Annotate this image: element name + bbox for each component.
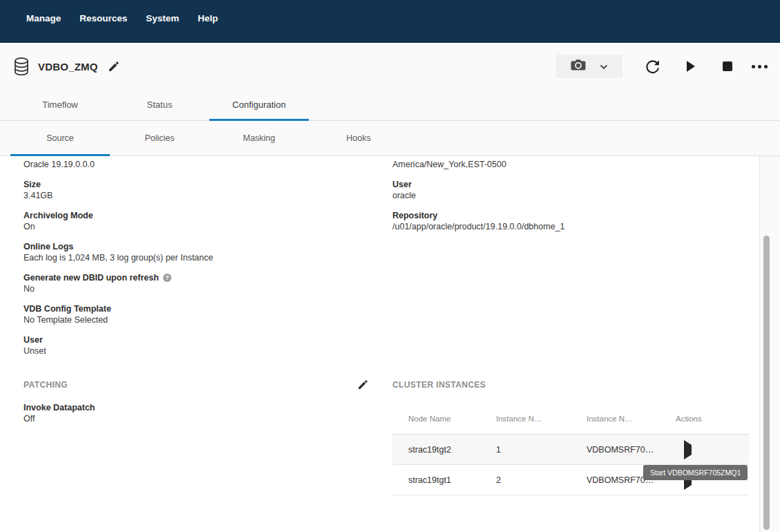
column-header-instance-name: Instance N…	[571, 415, 660, 423]
subtab-masking[interactable]: Masking	[209, 121, 309, 155]
database-icon	[14, 57, 29, 76]
tab-timeflow[interactable]: Timeflow	[10, 90, 110, 120]
nav-item-resources[interactable]: Resources	[79, 13, 127, 23]
cell-instance-number: 1	[480, 445, 571, 455]
nav-item-help[interactable]: Help	[198, 13, 218, 23]
vdb-toolbar	[556, 55, 769, 78]
cluster-instances-table: Node Name Instance N… Instance N… Action…	[392, 403, 749, 495]
table-row: strac19tgt2 1 VDBOMSRF70…	[392, 435, 749, 465]
chevron-down-icon	[600, 60, 608, 73]
camera-icon	[571, 59, 586, 74]
column-header-node-name: Node Name	[392, 415, 480, 423]
cell-instance-number: 2	[480, 475, 571, 485]
field-invoke-datapatch: Invoke Datapatch Off	[23, 402, 370, 424]
patching-section-title: PATCHING	[23, 380, 68, 390]
field-size: Size 3.41GB	[23, 179, 369, 201]
more-actions-button[interactable]	[752, 65, 768, 68]
field-user-right: User oracle	[392, 179, 749, 201]
stop-vdb-button[interactable]	[723, 61, 732, 71]
tab-status[interactable]: Status	[110, 90, 209, 120]
column-header-instance-number: Instance N…	[480, 415, 571, 423]
database-version-value: Oracle 19.19.0.0.0	[23, 159, 369, 170]
main-tabs: Timeflow Status Configuration	[0, 90, 780, 121]
field-repository: Repository /u01/app/oracle/product/19.19…	[392, 210, 749, 232]
cell-instance-name: VDBOMSRF70…	[571, 445, 660, 455]
nav-item-system[interactable]: System	[146, 13, 179, 23]
source-right-column: America/New_York,EST-0500 User oracle Re…	[392, 156, 749, 232]
field-generate-new-dbid: Generate new DBID upon refresh? No	[23, 272, 369, 294]
vertical-scrollbar-thumb[interactable]	[763, 236, 770, 530]
field-online-logs: Online Logs Each log is 1,024 MB, 3 log …	[23, 241, 369, 263]
timezone-value: America/New_York,EST-0500	[392, 159, 749, 170]
nav-item-manage[interactable]: Manage	[26, 13, 61, 23]
cell-node-name: strac19tgt1	[392, 475, 480, 485]
snapshot-button[interactable]	[556, 55, 622, 78]
pencil-icon	[358, 380, 368, 390]
page-header: VDBO_ZMQ	[0, 43, 780, 90]
field-archivelog-mode: Archivelog Mode On	[23, 210, 369, 232]
edit-title-button[interactable]	[108, 61, 119, 72]
subtab-source[interactable]: Source	[10, 121, 110, 155]
tab-configuration[interactable]: Configuration	[209, 90, 309, 120]
source-left-column: Oracle 19.19.0.0.0 Size 3.41GB Archivelo…	[23, 156, 369, 357]
refresh-button[interactable]	[645, 59, 660, 75]
start-instance-button[interactable]	[684, 440, 692, 459]
start-vdb-button[interactable]	[687, 61, 695, 72]
cluster-instances-section-title: CLUSTER INSTANCES	[392, 380, 486, 390]
help-icon[interactable]: ?	[163, 274, 171, 282]
edit-patching-button[interactable]	[358, 380, 368, 390]
top-navbar: Manage Resources System Help	[0, 0, 780, 43]
field-vdb-config-template: VDB Config Template No Template Selected	[23, 303, 369, 325]
patching-section: PATCHING Invoke Datapatch Off	[23, 380, 370, 424]
subtab-policies[interactable]: Policies	[110, 121, 209, 155]
configuration-subtabs: Source Policies Masking Hooks	[0, 121, 780, 156]
start-instance-tooltip: Start VDBOMSRF705ZMQ1	[643, 465, 748, 480]
page-title: VDBO_ZMQ	[38, 61, 98, 73]
play-icon	[687, 61, 695, 72]
ellipsis-icon	[752, 65, 768, 68]
stop-icon	[723, 61, 732, 71]
subtab-hooks[interactable]: Hooks	[309, 121, 408, 155]
refresh-icon	[645, 59, 660, 75]
source-panel: Oracle 19.19.0.0.0 Size 3.41GB Archivelo…	[0, 156, 760, 532]
pencil-icon	[108, 61, 119, 72]
column-header-actions: Actions	[660, 415, 749, 423]
table-header-row: Node Name Instance N… Instance N… Action…	[392, 403, 749, 435]
cell-node-name: strac19tgt2	[392, 445, 480, 455]
field-user-left: User Unset	[23, 334, 369, 357]
